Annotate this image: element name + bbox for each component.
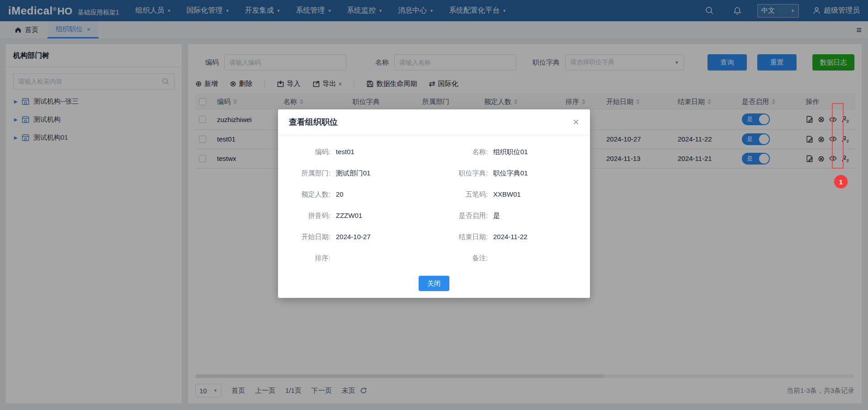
- field-value: test01: [330, 145, 446, 159]
- field-label: 名称:: [446, 145, 488, 159]
- field-label: 备注:: [446, 251, 488, 265]
- dialog-footer: 关闭: [278, 276, 590, 291]
- field-label: 编码:: [289, 145, 330, 159]
- dialog-title: 查看组织职位: [289, 117, 338, 127]
- dialog-body: 编码: test01 名称: 组织职位01 所属部门: 测试部门01 职位字典:…: [278, 135, 590, 265]
- view-position-dialog: 查看组织职位 × 编码: test01 名称: 组织职位01 所属部门: 测试部…: [278, 109, 590, 298]
- field-value: XXBW01: [488, 188, 579, 201]
- field-value: 2024-10-27: [330, 230, 446, 244]
- field-label: 排序:: [289, 251, 330, 265]
- field-value: 20: [330, 188, 446, 201]
- field-label: 五笔码:: [446, 188, 488, 201]
- close-dialog-button[interactable]: 关闭: [419, 276, 449, 291]
- field-value: 组织职位01: [488, 145, 579, 159]
- field-value: 测试部门01: [330, 166, 446, 180]
- field-label: 开始日期:: [289, 230, 330, 244]
- field-label: 是否启用:: [446, 209, 488, 222]
- annotation-step-badge: 1: [834, 175, 848, 189]
- field-value: 是: [488, 209, 579, 222]
- field-label: 拼音码:: [289, 209, 330, 222]
- field-value: 2024-11-22: [488, 230, 579, 244]
- field-label: 职位字典:: [446, 166, 488, 180]
- field-value: 职位字典01: [488, 166, 579, 180]
- dialog-header: 查看组织职位 ×: [278, 109, 590, 135]
- field-label: 额定人数:: [289, 188, 330, 201]
- field-label: 结束日期:: [446, 230, 488, 244]
- close-icon[interactable]: ×: [573, 117, 579, 127]
- field-label: 所属部门:: [289, 166, 330, 180]
- field-value: ZZZW01: [330, 209, 446, 222]
